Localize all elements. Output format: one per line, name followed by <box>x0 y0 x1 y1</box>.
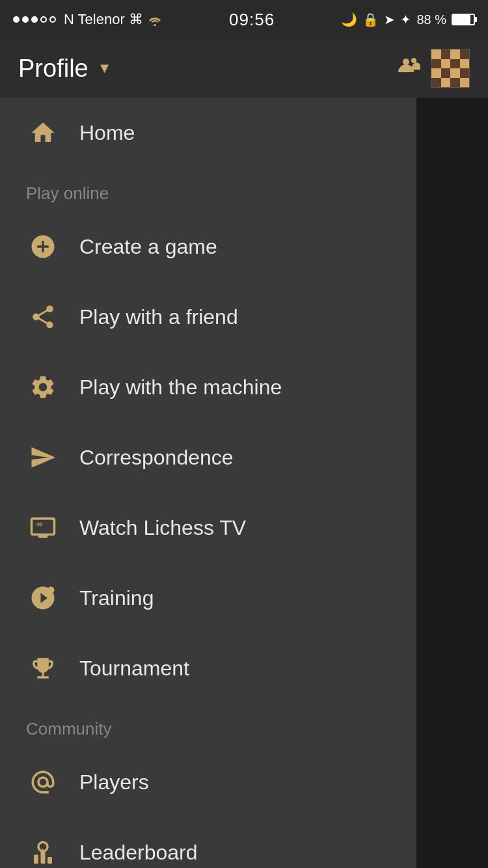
chess-cell <box>431 49 441 59</box>
tv-icon <box>26 511 60 545</box>
play-friend-label: Play with a friend <box>79 305 238 329</box>
play-machine-label: Play with the machine <box>79 375 282 400</box>
chess-cell <box>450 68 460 78</box>
signal-dot-3 <box>31 16 38 23</box>
status-bar-left: N Telenor ⌘ <box>13 11 163 28</box>
chess-cell <box>460 59 470 69</box>
header: Profile ▼ <box>0 39 488 98</box>
correspondence-label: Correspondence <box>79 446 234 470</box>
right-panel <box>416 98 488 868</box>
svg-point-1 <box>403 59 409 65</box>
dropdown-arrow-icon[interactable]: ▼ <box>98 60 112 77</box>
players-label: Players <box>79 770 149 794</box>
wifi-icon: ⌘ <box>129 11 163 28</box>
bluetooth-icon: ✦ <box>400 12 411 27</box>
svg-rect-6 <box>47 857 52 864</box>
chess-cell <box>441 49 451 59</box>
create-icon <box>26 230 60 264</box>
share-icon <box>26 300 60 334</box>
chess-cell <box>441 78 451 88</box>
location-icon: ➤ <box>384 12 395 27</box>
sidebar-item-leaderboard[interactable]: Leaderboard <box>0 817 416 868</box>
svg-rect-4 <box>34 855 38 864</box>
leaderboard-label: Leaderboard <box>79 841 197 865</box>
chess-cell <box>460 49 470 59</box>
watch-tv-label: Watch Lichess TV <box>79 516 246 540</box>
battery-fill <box>453 15 470 24</box>
lock-icon: 🔒 <box>362 12 379 27</box>
training-icon <box>26 581 60 615</box>
sidebar-item-home[interactable]: Home <box>0 98 416 168</box>
carrier-text: N Telenor <box>64 11 125 28</box>
chess-cell <box>431 78 441 88</box>
time-display: 09:56 <box>229 10 275 30</box>
correspondence-icon <box>26 441 60 474</box>
sidebar-item-tournament[interactable]: Tournament <box>0 633 416 703</box>
signal-dot-2 <box>22 16 29 23</box>
battery-icon <box>452 14 475 25</box>
battery-text: 88 % <box>416 12 446 27</box>
status-bar-right: 🌙 🔒 ➤ ✦ 88 % <box>341 12 475 27</box>
signal-dots <box>13 16 56 23</box>
chess-board-thumbnail[interactable] <box>431 49 470 88</box>
svg-point-0 <box>154 24 156 26</box>
chess-cell <box>441 59 451 69</box>
trophy-icon <box>26 651 60 685</box>
machine-icon <box>26 370 60 404</box>
tournament-label: Tournament <box>79 657 189 681</box>
section-play-online: Play online <box>0 168 416 211</box>
sidebar-item-play-friend[interactable]: Play with a friend <box>0 282 416 352</box>
sidebar-item-watch-tv[interactable]: Watch Lichess TV <box>0 493 416 563</box>
profile-title[interactable]: Profile <box>18 55 88 83</box>
header-right <box>397 49 470 88</box>
svg-rect-5 <box>41 851 46 863</box>
signal-dot-1 <box>13 16 20 23</box>
chess-cell <box>450 59 460 69</box>
sidebar-item-create-game[interactable]: Create a game <box>0 211 416 282</box>
leaderboard-icon <box>26 835 60 868</box>
sidebar-item-training[interactable]: Training <box>0 563 416 633</box>
training-label: Training <box>79 586 154 610</box>
header-left[interactable]: Profile ▼ <box>18 55 112 83</box>
chess-cell <box>431 68 441 78</box>
signal-dot-5 <box>49 16 56 23</box>
home-icon <box>26 116 60 150</box>
chess-cell <box>460 68 470 78</box>
chess-cell <box>431 59 441 69</box>
at-icon <box>26 765 60 799</box>
chess-cell <box>450 78 460 88</box>
sidebar-item-correspondence[interactable]: Correspondence <box>0 422 416 493</box>
people-icon[interactable] <box>397 54 420 83</box>
sidebar-item-play-machine[interactable]: Play with the machine <box>0 352 416 422</box>
svg-point-2 <box>411 58 416 63</box>
create-game-label: Create a game <box>79 235 217 259</box>
moon-icon: 🌙 <box>341 12 357 27</box>
chess-cell <box>441 68 451 78</box>
section-community: Community <box>0 703 416 747</box>
signal-dot-4 <box>40 16 47 23</box>
menu-container: Home Play online Create a game Play with… <box>0 98 416 868</box>
chess-cell <box>460 78 470 88</box>
chess-cell <box>450 49 460 59</box>
home-label: Home <box>79 121 135 145</box>
status-bar: N Telenor ⌘ 09:56 🌙 🔒 ➤ ✦ 88 % <box>0 0 488 39</box>
sidebar-item-players[interactable]: Players <box>0 747 416 817</box>
